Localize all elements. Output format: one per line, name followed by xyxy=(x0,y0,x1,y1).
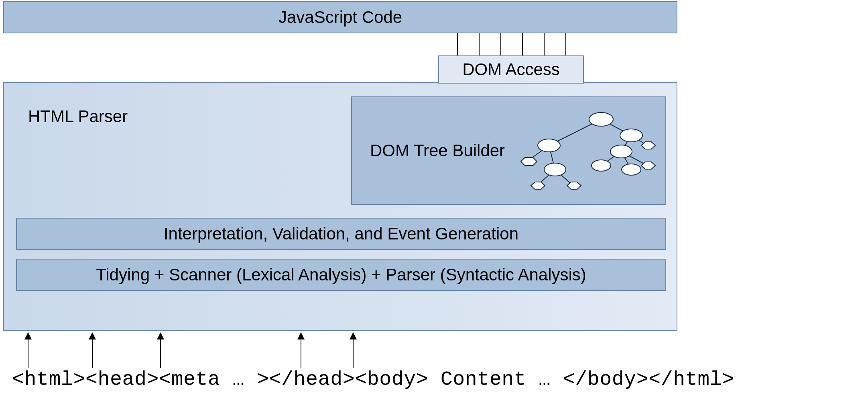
js-code-box: JavaScript Code xyxy=(3,1,677,33)
dom-access-label: DOM Access xyxy=(462,60,560,79)
dom-access-box: DOM Access xyxy=(438,55,584,84)
svg-point-28 xyxy=(592,160,611,171)
html-parser-label: HTML Parser xyxy=(28,107,128,126)
svg-point-25 xyxy=(538,139,560,152)
interpretation-box: Interpretation, Validation, and Event Ge… xyxy=(16,218,666,250)
dom-tree-builder-box: DOM Tree Builder xyxy=(351,96,666,205)
svg-point-23 xyxy=(589,112,613,126)
svg-point-26 xyxy=(610,145,632,158)
svg-marker-34 xyxy=(567,182,581,189)
html-parser-box: HTML Parser DOM Tree Builder xyxy=(3,82,677,331)
interpretation-label: Interpretation, Validation, and Event Ge… xyxy=(164,224,518,243)
svg-point-24 xyxy=(620,129,642,142)
tidying-label: Tidying + Scanner (Lexical Analysis) + P… xyxy=(96,265,586,284)
svg-marker-30 xyxy=(521,157,537,166)
svg-marker-33 xyxy=(531,182,545,189)
dom-tree-builder-label: DOM Tree Builder xyxy=(370,141,505,160)
tidying-box: Tidying + Scanner (Lexical Analysis) + P… xyxy=(16,259,666,291)
svg-point-29 xyxy=(622,164,641,175)
svg-point-27 xyxy=(544,163,566,176)
js-code-label: JavaScript Code xyxy=(278,8,402,27)
html-input-code: <html><head><meta … ></head><body> Conte… xyxy=(12,368,734,391)
tree-graphic-icon xyxy=(513,105,657,198)
arrows-bottom xyxy=(12,331,373,369)
